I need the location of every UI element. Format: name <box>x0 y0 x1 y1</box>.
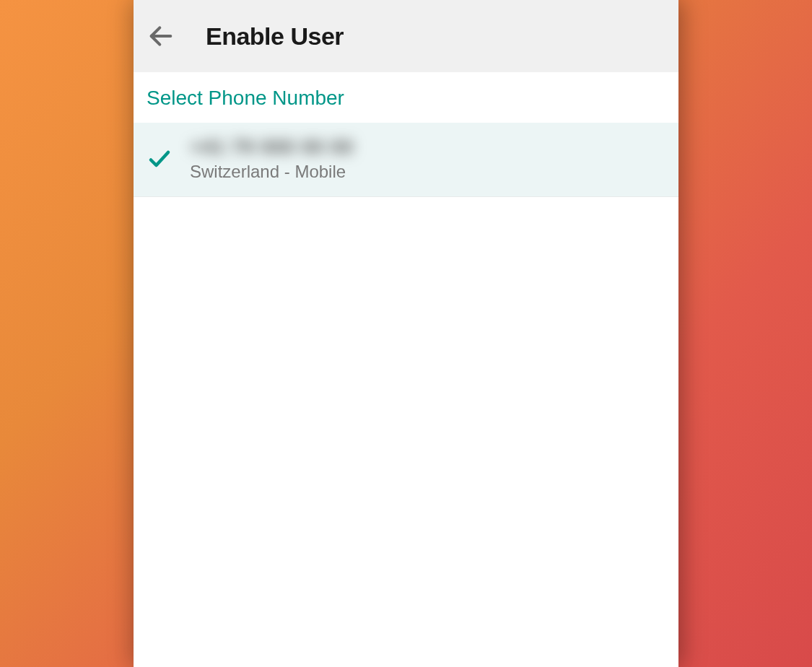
section-label-wrap: Select Phone Number <box>134 72 678 123</box>
check-icon <box>147 146 173 172</box>
back-arrow-icon[interactable] <box>147 22 175 51</box>
phone-number-item[interactable]: +41 79 000 00 00 Switzerland - Mobile <box>134 123 678 197</box>
section-label: Select Phone Number <box>147 87 665 110</box>
app-header: Enable User <box>134 0 678 72</box>
phone-number-value: +41 79 000 00 00 <box>190 136 354 159</box>
app-panel: Enable User Select Phone Number +41 79 0… <box>134 0 678 667</box>
phone-type-label: Switzerland - Mobile <box>190 162 354 182</box>
phone-item-texts: +41 79 000 00 00 Switzerland - Mobile <box>190 136 354 182</box>
page-title: Enable User <box>206 22 344 51</box>
